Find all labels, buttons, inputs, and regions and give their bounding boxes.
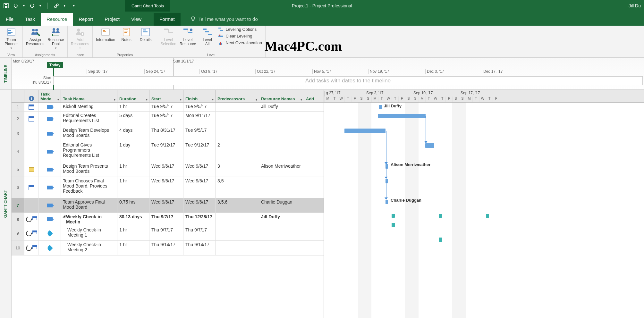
link-icon[interactable] [54,3,59,9]
finish-cell[interactable]: Tue 9/5/17 [183,126,216,141]
bar-row-2[interactable] [378,114,426,118]
predecessors-cell[interactable] [216,226,259,240]
task-mode-cell[interactable] [38,198,61,213]
col-task-name[interactable]: Task Name▼ [61,90,117,102]
bar-row-8b[interactable] [439,214,442,218]
tab-view[interactable]: View [125,13,147,26]
predecessors-cell[interactable]: 3,5 [216,177,259,198]
start-cell[interactable]: Thu 9/7/17 [149,213,183,226]
table-row[interactable]: 3Design Team Develops Mood Boards4 daysT… [12,126,324,141]
tab-report[interactable]: Report [73,13,99,26]
duration-cell[interactable]: 4 days [117,126,149,141]
start-cell[interactable]: Thu 9/7/17 [149,226,183,240]
task-name-cell[interactable]: Kickoff Meeting [61,103,117,111]
start-cell[interactable]: Wed 9/6/17 [149,177,183,198]
timeline-body[interactable]: Mon 8/28/17 Sun 10/1/17 Today Sep 10, '1… [12,58,644,89]
resources-cell[interactable]: Alison Merriweather [259,162,304,177]
task-name-cell[interactable]: Team Chooses Final Mood Board, Provides … [61,177,117,198]
redo-icon[interactable] [29,3,35,9]
finish-cell[interactable]: Thu 9/14/17 [183,241,216,255]
resources-cell[interactable] [259,241,304,255]
add-cell[interactable] [304,177,323,198]
finish-cell[interactable]: Tue 9/12/17 [183,141,216,162]
col-resource-names[interactable]: Resource Names▼ [259,90,304,102]
duration-cell[interactable]: 1 hr [117,177,149,198]
predecessors-cell[interactable] [216,126,259,141]
tab-task[interactable]: Task [19,13,41,26]
task-mode-cell[interactable] [38,241,61,255]
add-cell[interactable] [304,112,323,126]
col-task-mode[interactable]: Task Mode▼ [38,90,61,102]
next-overallocation-button[interactable]: Next Overallocation [218,40,262,45]
task-mode-cell[interactable] [38,141,61,162]
start-cell[interactable]: Thu 9/14/17 [149,241,183,255]
start-cell[interactable]: Wed 9/6/17 [149,162,183,177]
tab-file[interactable]: File [0,13,19,26]
resources-cell[interactable] [259,177,304,198]
table-row[interactable]: 9Weekly Check-in Meeting 11 hrThu 9/7/17… [12,226,324,241]
task-name-cell[interactable]: ◢Weekly Check-in Meetin [61,213,117,226]
row-number[interactable]: 1 [12,103,24,111]
duration-cell[interactable]: 1 hr [117,226,149,240]
predecessors-cell[interactable] [216,241,259,255]
tab-resource[interactable]: Resource [41,13,73,26]
add-cell[interactable] [304,162,323,177]
tab-format[interactable]: Format [154,13,181,26]
predecessors-cell[interactable] [216,112,259,126]
predecessors-cell[interactable]: 3,5,6 [216,198,259,213]
details-button[interactable]: Details [138,27,154,42]
save-icon[interactable] [3,3,9,9]
task-name-cell[interactable]: Editorial Creates Requirements List [61,112,117,126]
gantt-chart-area[interactable]: g 27, '17 Sep 3, '17 Sep 10, '17 Sep 17,… [324,90,644,318]
predecessors-cell[interactable]: 3 [216,162,259,177]
col-predecessors[interactable]: Predecessors▼ [216,90,259,102]
row-number[interactable]: 10 [12,241,24,255]
task-mode-cell[interactable] [38,213,61,226]
table-row[interactable]: 6Team Chooses Final Mood Board, Provides… [12,177,324,198]
resources-cell[interactable] [259,126,304,141]
team-planner-button[interactable]: Team Planner ▼ [3,27,19,50]
bar-row-10[interactable] [439,238,442,242]
row-number[interactable]: 6 [12,177,24,198]
finish-cell[interactable]: Wed 9/6/17 [183,177,216,198]
duration-cell[interactable]: 1 hr [117,162,149,177]
task-mode-cell[interactable] [38,226,61,240]
table-row[interactable]: 4Editorial Gives Programmers Requirement… [12,141,324,162]
tab-project[interactable]: Project [99,13,125,26]
start-cell[interactable]: Wed 9/6/17 [149,198,183,213]
task-grid[interactable]: i Task Mode▼ Task Name▼ Duration▼ Start▼… [12,90,324,318]
task-name-cell[interactable]: Design Team Develops Mood Boards [61,126,117,141]
task-mode-cell[interactable] [38,162,61,177]
timeline-add-placeholder[interactable]: Add tasks with dates to the timeline [53,76,643,85]
bar-row-1[interactable] [379,105,382,109]
finish-cell[interactable]: Thu 9/7/17 [183,226,216,240]
resources-cell[interactable] [259,112,304,126]
start-cell[interactable]: Tue 9/5/17 [149,103,183,111]
row-number[interactable]: 9 [12,226,24,240]
row-number[interactable]: 7 [12,198,24,213]
finish-cell[interactable]: Tue 9/5/17 [183,103,216,111]
col-rownum[interactable] [12,90,24,102]
task-mode-cell[interactable] [38,177,61,198]
resources-cell[interactable] [259,141,304,162]
duration-cell[interactable]: 1 hr [117,103,149,111]
finish-cell[interactable]: Mon 9/11/17 [183,112,216,126]
add-cell[interactable] [304,241,323,255]
undo-icon[interactable] [13,3,19,9]
information-button[interactable]: Information [96,27,115,42]
assign-resources-button[interactable]: Assign Resources [26,27,44,46]
start-cell[interactable]: Tue 9/12/17 [149,141,183,162]
col-duration[interactable]: Duration▼ [117,90,149,102]
resources-cell[interactable]: Charlie Duggan [259,198,304,213]
row-number[interactable]: 2 [12,112,24,126]
task-name-cell[interactable]: Team Approves Final Mood Board [61,198,117,213]
table-row[interactable]: 8◢Weekly Check-in Meetin80.13 daysThu 9/… [12,213,324,226]
task-name-cell[interactable]: Design Team Presents Mood Boards [61,162,117,177]
start-cell[interactable]: Tue 9/5/17 [149,112,183,126]
row-number[interactable]: 5 [12,162,24,177]
table-row[interactable]: 2Editorial Creates Requirements List5 da… [12,112,324,126]
add-cell[interactable] [304,126,323,141]
bar-row-8c[interactable] [486,214,489,218]
duration-cell[interactable]: 0.75 hrs [117,198,149,213]
finish-cell[interactable]: Wed 9/6/17 [183,162,216,177]
